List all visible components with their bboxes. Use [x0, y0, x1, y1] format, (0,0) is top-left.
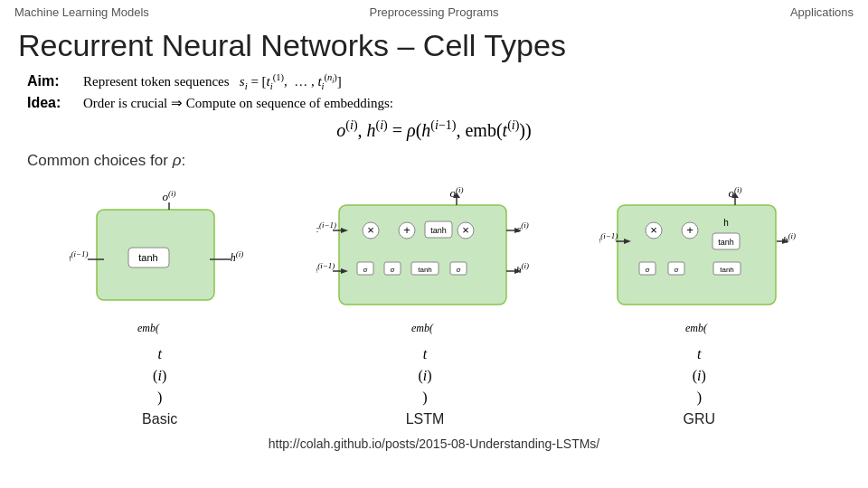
svg-text:h(i−1): h(i−1) [599, 231, 618, 245]
nav-center: Preprocessing Programs [369, 5, 498, 19]
lstm-diagram-cell: o(i) c(i−1) c(i) h(i−1) h(i) [316, 183, 533, 427]
aim-row: Aim: Represent token sequences si = [ti(… [27, 72, 841, 91]
svg-text:o(i): o(i) [162, 189, 175, 203]
svg-text:×: × [651, 223, 658, 237]
svg-text:emb(: emb( [411, 322, 434, 334]
nav-left: Machine Learning Models [14, 5, 149, 19]
svg-text:tanh: tanh [138, 252, 157, 263]
main-formula: o(i), h(i) = ρ(h(i−1), emb(t(i))) [27, 118, 841, 141]
svg-text:h(i−1): h(i−1) [70, 249, 89, 264]
idea-row: Idea: Order is crucial ⇒ Compute on sequ… [27, 95, 841, 111]
svg-text:h(i): h(i) [516, 261, 529, 275]
page-title: Recurrent Neural Networks – Cell Types [0, 24, 868, 72]
gru-label: GRU [684, 411, 716, 427]
svg-text:+: + [687, 223, 694, 237]
svg-text:σ: σ [457, 266, 461, 274]
svg-text:×: × [367, 223, 374, 237]
idea-label: Idea: [27, 95, 72, 111]
svg-rect-10 [339, 205, 506, 305]
basic-label: Basic [142, 411, 177, 427]
svg-text:emb(: emb( [685, 322, 708, 334]
svg-text:tanh: tanh [721, 266, 735, 274]
lstm-label: LSTM [406, 411, 445, 427]
top-navigation: Machine Learning Models Preprocessing Pr… [0, 0, 868, 24]
svg-text:σ: σ [363, 266, 368, 274]
nav-right: Applications [790, 5, 854, 19]
main-content: Aim: Represent token sequences si = [ti(… [0, 72, 868, 451]
svg-text:σ: σ [675, 266, 679, 274]
aim-idea-section: Aim: Represent token sequences si = [ti(… [27, 72, 841, 111]
svg-text:tanh: tanh [418, 266, 432, 274]
svg-text:h: h [724, 218, 730, 228]
svg-text:emb(: emb( [137, 322, 160, 334]
svg-text:σ: σ [646, 266, 650, 274]
svg-text:c(i−1): c(i−1) [316, 221, 336, 234]
basic-diagram-svg: o(i) h(i−1) h(i) tanh emb( [70, 183, 250, 341]
svg-text:tanh: tanh [430, 226, 447, 235]
gru-diagram-cell: o(i) h(i−1) h(i) × + h [599, 183, 798, 427]
idea-text: Order is crucial ⇒ Compute on sequence o… [83, 95, 393, 111]
common-choices-label: Common choices for ρ: [27, 152, 841, 170]
svg-text:tanh: tanh [719, 238, 735, 247]
svg-text:σ: σ [391, 266, 395, 274]
svg-text:h(i−1): h(i−1) [316, 261, 335, 275]
gru-diagram-svg: o(i) h(i−1) h(i) × + h [599, 183, 798, 341]
basic-diagram-cell: o(i) h(i−1) h(i) tanh emb(t(i)) [70, 183, 250, 427]
svg-text:h(i): h(i) [230, 249, 243, 264]
footer-link[interactable]: http://colah.github.io/posts/2015-08-Und… [27, 436, 841, 451]
svg-text:×: × [462, 223, 469, 237]
svg-rect-43 [618, 205, 776, 305]
svg-text:c(i): c(i) [516, 221, 528, 234]
aim-label: Aim: [27, 73, 72, 89]
lstm-diagram-svg: o(i) c(i−1) c(i) h(i−1) h(i) [316, 183, 533, 341]
aim-text: Represent token sequences si = [ti(1), …… [83, 72, 342, 91]
diagrams-row: o(i) h(i−1) h(i) tanh emb(t(i)) [36, 183, 832, 427]
svg-text:+: + [403, 223, 410, 237]
